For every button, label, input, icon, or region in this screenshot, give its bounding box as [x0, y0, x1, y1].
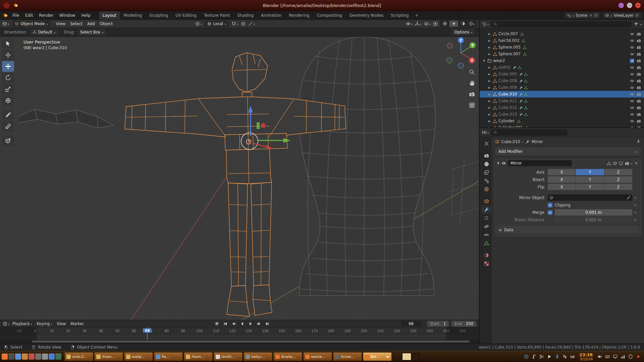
outliner-search-input[interactable]: [499, 22, 629, 26]
menu-item[interactable]: File: [9, 12, 22, 19]
play[interactable]: [547, 354, 552, 359]
pin-id-icon[interactable]: [636, 139, 641, 144]
transform[interactable]: [2, 95, 14, 106]
media-player[interactable]: [29, 354, 35, 360]
scrollbar-thumb[interactable]: [32, 341, 470, 343]
chat[interactable]: [49, 354, 55, 360]
axis-toggle-button[interactable]: Y: [576, 169, 604, 175]
text-editor[interactable]: [42, 354, 48, 360]
flip-toggle-button[interactable]: Z: [604, 184, 632, 190]
expand-arrow-icon[interactable]: ▶: [488, 53, 493, 56]
expand-arrow-icon[interactable]: ▶: [488, 86, 493, 89]
outliner-item[interactable]: ▶ Cube.009: [480, 84, 644, 91]
proportional-edit-button[interactable]: [241, 21, 246, 26]
shield[interactable]: [628, 354, 633, 359]
menu-item[interactable]: Window: [56, 12, 78, 19]
expand-arrow-icon[interactable]: ▶: [488, 113, 493, 116]
properties-search[interactable]: [491, 129, 568, 136]
scene[interactable]: [481, 177, 492, 185]
outliner-item[interactable]: ▼ wear2: [480, 57, 644, 64]
pan-hand-icon[interactable]: [469, 80, 475, 86]
orientation-setting-dropdown[interactable]: Default: [30, 29, 58, 35]
add-cube[interactable]: [2, 135, 14, 146]
timeline-body[interactable]: -100102030405060708090100110120130140150…: [0, 327, 479, 343]
object-data[interactable]: [481, 239, 492, 247]
camera-view-icon[interactable]: [469, 91, 475, 97]
gizmo-neg-x-ball[interactable]: [447, 43, 452, 48]
disable-in-renders-icon[interactable]: [637, 119, 641, 123]
taskbar-window-button[interactable]: /hom...: [184, 353, 213, 361]
disable-in-renders-icon[interactable]: [637, 32, 641, 36]
bisect-toggle-button[interactable]: X: [548, 176, 576, 183]
outliner-item[interactable]: ▶ Cube.005: [480, 71, 644, 77]
workspace-tab[interactable]: Modeling: [120, 11, 146, 19]
outliner-item[interactable]: ▶ Sphere.005: [480, 44, 644, 51]
proportional-falloff-button[interactable]: [248, 21, 255, 26]
network[interactable]: [621, 354, 625, 359]
timeline-ruler[interactable]: -100102030405060708090100110120130140150…: [0, 327, 479, 335]
bisect-toggle-button[interactable]: Z: [604, 176, 632, 183]
disable-in-renders-icon[interactable]: [637, 99, 641, 103]
hide-in-viewport-icon[interactable]: [630, 79, 634, 83]
animate-decorator[interactable]: [634, 197, 636, 199]
bisect-toggle-button[interactable]: Y: [576, 176, 604, 183]
properties-editor-type-button[interactable]: [482, 130, 489, 135]
measure[interactable]: [2, 121, 14, 132]
workspace-tab[interactable]: Shading: [233, 11, 257, 19]
disable-in-renders-icon[interactable]: [637, 112, 641, 117]
disable-in-renders-icon[interactable]: [637, 45, 641, 50]
window-titlebar[interactable]: Blender [/home/amalie/Desktop/blender/se…: [0, 0, 644, 11]
terminal[interactable]: [8, 354, 14, 360]
workspace-tab[interactable]: Geometry Nodes: [346, 11, 387, 19]
breadcrumb-object[interactable]: Cube.010: [501, 139, 520, 144]
expand-arrow-icon[interactable]: ▶: [488, 66, 493, 69]
outliner-item[interactable]: ▶ Circle.007: [480, 31, 644, 37]
outliner-item[interactable]: ▶ Cube.012: [480, 104, 644, 111]
jump-to-end-button[interactable]: [263, 321, 271, 327]
taskbar-window-button[interactable]: Analie...: [273, 353, 302, 361]
keyboard[interactable]: [605, 354, 610, 359]
menu-item[interactable]: Edit: [22, 12, 36, 19]
taskbar-window-button[interactable]: Pa...: [154, 353, 183, 361]
scene-selector[interactable]: Scene ×: [565, 12, 600, 18]
outliner-item[interactable]: ▶ cloth2: [480, 64, 644, 71]
disable-in-renders-icon[interactable]: [637, 59, 641, 63]
current-frame-field[interactable]: 68: [401, 321, 421, 327]
disable-in-renders-icon[interactable]: [637, 85, 641, 90]
expand-arrow-icon[interactable]: ▶: [488, 120, 493, 123]
window-menu-button[interactable]: [619, 3, 624, 8]
record[interactable]: [636, 354, 641, 359]
toggle-grid-icon[interactable]: [469, 102, 475, 108]
bluetooth[interactable]: [555, 354, 559, 359]
hide-in-viewport-icon[interactable]: [630, 65, 634, 70]
new-scene-icon[interactable]: [594, 13, 598, 17]
pivot-point-button[interactable]: [195, 21, 202, 26]
constraints[interactable]: [481, 231, 492, 239]
disable-in-renders-icon[interactable]: [637, 106, 641, 110]
expand-arrow-icon[interactable]: ▶: [488, 93, 493, 96]
taskbar-window-button[interactable]: Ble...: [363, 353, 392, 361]
disable-in-renders-icon[interactable]: [637, 92, 641, 97]
taskbar-window-button[interactable]: weste...: [303, 353, 332, 361]
workspace-tab[interactable]: Scripting: [387, 11, 412, 19]
workspace-tab[interactable]: Sculpting: [146, 11, 172, 19]
outliner-editor-type-button[interactable]: [482, 22, 489, 26]
display[interactable]: [613, 354, 618, 359]
disable-in-renders-icon[interactable]: [637, 52, 641, 56]
viewport-menu-item[interactable]: Add: [85, 21, 97, 27]
modifiers[interactable]: [481, 205, 492, 214]
viewport-menu-item[interactable]: Select: [68, 21, 85, 27]
physics[interactable]: [481, 222, 492, 231]
timeline-playhead[interactable]: 68: [147, 327, 148, 340]
hide-in-viewport-icon[interactable]: [630, 45, 634, 50]
outliner-item[interactable]: ▶ Cube.010: [480, 91, 644, 98]
modifier-extras-icon[interactable]: [631, 161, 632, 166]
browser[interactable]: [22, 354, 28, 360]
workspace-tab[interactable]: Compositing: [313, 11, 345, 19]
hide-in-viewport-icon[interactable]: [630, 39, 634, 43]
annotate[interactable]: [2, 110, 14, 120]
menu-item[interactable]: Help: [78, 12, 93, 19]
unlink-scene-icon[interactable]: ×: [589, 13, 592, 17]
gizmos-popover-button[interactable]: [415, 21, 422, 26]
workspace-tab[interactable]: Rendering: [285, 11, 313, 19]
